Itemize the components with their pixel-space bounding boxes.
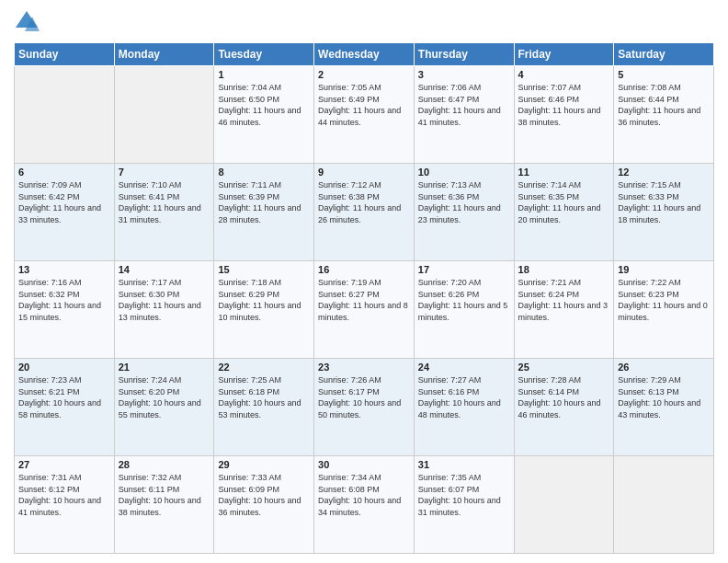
day-number: 9 bbox=[318, 167, 410, 178]
day-info: Sunrise: 7:29 AM Sunset: 6:13 PM Dayligh… bbox=[618, 374, 710, 420]
day-cell: 29Sunrise: 7:33 AM Sunset: 6:09 PM Dayli… bbox=[214, 456, 314, 554]
day-number: 21 bbox=[119, 362, 210, 373]
day-number: 14 bbox=[119, 264, 210, 275]
day-info: Sunrise: 7:27 AM Sunset: 6:16 PM Dayligh… bbox=[418, 374, 510, 420]
day-cell: 1Sunrise: 7:04 AM Sunset: 6:50 PM Daylig… bbox=[214, 66, 314, 164]
day-cell: 13Sunrise: 7:16 AM Sunset: 6:32 PM Dayli… bbox=[15, 261, 115, 359]
day-number: 1 bbox=[218, 69, 310, 80]
day-info: Sunrise: 7:35 AM Sunset: 6:07 PM Dayligh… bbox=[418, 472, 510, 518]
week-row-4: 27Sunrise: 7:31 AM Sunset: 6:12 PM Dayli… bbox=[15, 456, 714, 554]
day-info: Sunrise: 7:11 AM Sunset: 6:39 PM Dayligh… bbox=[218, 179, 310, 225]
day-number: 22 bbox=[218, 362, 310, 373]
calendar: SundayMondayTuesdayWednesdayThursdayFrid… bbox=[14, 42, 714, 554]
day-info: Sunrise: 7:16 AM Sunset: 6:32 PM Dayligh… bbox=[18, 277, 110, 323]
day-info: Sunrise: 7:28 AM Sunset: 6:14 PM Dayligh… bbox=[518, 374, 610, 420]
day-cell bbox=[614, 456, 714, 554]
header-cell-friday: Friday bbox=[514, 43, 614, 66]
day-cell: 7Sunrise: 7:10 AM Sunset: 6:41 PM Daylig… bbox=[114, 164, 214, 261]
day-number: 19 bbox=[618, 264, 710, 275]
day-number: 20 bbox=[18, 362, 110, 373]
week-row-0: 1Sunrise: 7:04 AM Sunset: 6:50 PM Daylig… bbox=[15, 66, 714, 164]
day-info: Sunrise: 7:25 AM Sunset: 6:18 PM Dayligh… bbox=[218, 374, 310, 420]
day-info: Sunrise: 7:10 AM Sunset: 6:41 PM Dayligh… bbox=[119, 179, 210, 225]
day-number: 16 bbox=[318, 264, 410, 275]
day-number: 7 bbox=[119, 167, 210, 178]
day-cell: 20Sunrise: 7:23 AM Sunset: 6:21 PM Dayli… bbox=[15, 359, 115, 456]
day-cell: 21Sunrise: 7:24 AM Sunset: 6:20 PM Dayli… bbox=[114, 359, 214, 456]
day-cell: 22Sunrise: 7:25 AM Sunset: 6:18 PM Dayli… bbox=[214, 359, 314, 456]
day-number: 11 bbox=[518, 167, 610, 178]
day-cell: 5Sunrise: 7:08 AM Sunset: 6:44 PM Daylig… bbox=[614, 66, 714, 164]
day-number: 30 bbox=[318, 459, 410, 470]
day-cell bbox=[15, 66, 115, 164]
day-number: 28 bbox=[119, 459, 210, 470]
day-info: Sunrise: 7:20 AM Sunset: 6:26 PM Dayligh… bbox=[418, 277, 510, 323]
day-cell: 23Sunrise: 7:26 AM Sunset: 6:17 PM Dayli… bbox=[314, 359, 415, 456]
day-cell: 2Sunrise: 7:05 AM Sunset: 6:49 PM Daylig… bbox=[314, 66, 415, 164]
day-number: 18 bbox=[518, 264, 610, 275]
day-number: 17 bbox=[418, 264, 510, 275]
day-info: Sunrise: 7:18 AM Sunset: 6:29 PM Dayligh… bbox=[218, 277, 310, 323]
day-number: 26 bbox=[618, 362, 710, 373]
day-info: Sunrise: 7:21 AM Sunset: 6:24 PM Dayligh… bbox=[518, 277, 610, 323]
day-info: Sunrise: 7:32 AM Sunset: 6:11 PM Dayligh… bbox=[119, 472, 210, 518]
day-cell: 28Sunrise: 7:32 AM Sunset: 6:11 PM Dayli… bbox=[114, 456, 214, 554]
day-number: 29 bbox=[218, 459, 310, 470]
header bbox=[14, 9, 714, 35]
day-number: 25 bbox=[518, 362, 610, 373]
calendar-body: 1Sunrise: 7:04 AM Sunset: 6:50 PM Daylig… bbox=[15, 66, 714, 554]
day-number: 5 bbox=[618, 69, 710, 80]
day-info: Sunrise: 7:14 AM Sunset: 6:35 PM Dayligh… bbox=[518, 179, 610, 225]
day-info: Sunrise: 7:06 AM Sunset: 6:47 PM Dayligh… bbox=[418, 82, 510, 128]
day-info: Sunrise: 7:13 AM Sunset: 6:36 PM Dayligh… bbox=[418, 179, 510, 225]
day-info: Sunrise: 7:31 AM Sunset: 6:12 PM Dayligh… bbox=[18, 472, 110, 518]
day-number: 15 bbox=[218, 264, 310, 275]
week-row-1: 6Sunrise: 7:09 AM Sunset: 6:42 PM Daylig… bbox=[15, 164, 714, 261]
day-cell bbox=[114, 66, 214, 164]
logo-icon bbox=[14, 9, 40, 35]
day-info: Sunrise: 7:15 AM Sunset: 6:33 PM Dayligh… bbox=[618, 179, 710, 225]
day-cell: 12Sunrise: 7:15 AM Sunset: 6:33 PM Dayli… bbox=[614, 164, 714, 261]
header-cell-saturday: Saturday bbox=[614, 43, 714, 66]
day-cell: 30Sunrise: 7:34 AM Sunset: 6:08 PM Dayli… bbox=[314, 456, 415, 554]
day-number: 10 bbox=[418, 167, 510, 178]
header-cell-tuesday: Tuesday bbox=[214, 43, 314, 66]
day-info: Sunrise: 7:04 AM Sunset: 6:50 PM Dayligh… bbox=[218, 82, 310, 128]
day-cell: 15Sunrise: 7:18 AM Sunset: 6:29 PM Dayli… bbox=[214, 261, 314, 359]
day-info: Sunrise: 7:19 AM Sunset: 6:27 PM Dayligh… bbox=[318, 277, 410, 323]
day-number: 2 bbox=[318, 69, 410, 80]
header-cell-monday: Monday bbox=[114, 43, 214, 66]
day-cell: 8Sunrise: 7:11 AM Sunset: 6:39 PM Daylig… bbox=[214, 164, 314, 261]
day-info: Sunrise: 7:22 AM Sunset: 6:23 PM Dayligh… bbox=[618, 277, 710, 323]
day-number: 6 bbox=[18, 167, 110, 178]
day-number: 13 bbox=[18, 264, 110, 275]
page: SundayMondayTuesdayWednesdayThursdayFrid… bbox=[0, 0, 728, 563]
calendar-header: SundayMondayTuesdayWednesdayThursdayFrid… bbox=[15, 43, 714, 66]
day-cell: 19Sunrise: 7:22 AM Sunset: 6:23 PM Dayli… bbox=[614, 261, 714, 359]
day-info: Sunrise: 7:34 AM Sunset: 6:08 PM Dayligh… bbox=[318, 472, 410, 518]
header-row: SundayMondayTuesdayWednesdayThursdayFrid… bbox=[15, 43, 714, 66]
header-cell-thursday: Thursday bbox=[414, 43, 514, 66]
day-number: 4 bbox=[518, 69, 610, 80]
week-row-3: 20Sunrise: 7:23 AM Sunset: 6:21 PM Dayli… bbox=[15, 359, 714, 456]
day-info: Sunrise: 7:33 AM Sunset: 6:09 PM Dayligh… bbox=[218, 472, 310, 518]
day-cell bbox=[514, 456, 614, 554]
header-cell-sunday: Sunday bbox=[15, 43, 115, 66]
day-cell: 4Sunrise: 7:07 AM Sunset: 6:46 PM Daylig… bbox=[514, 66, 614, 164]
day-info: Sunrise: 7:12 AM Sunset: 6:38 PM Dayligh… bbox=[318, 179, 410, 225]
header-cell-wednesday: Wednesday bbox=[314, 43, 415, 66]
day-info: Sunrise: 7:26 AM Sunset: 6:17 PM Dayligh… bbox=[318, 374, 410, 420]
day-number: 3 bbox=[418, 69, 510, 80]
day-number: 8 bbox=[218, 167, 310, 178]
day-cell: 26Sunrise: 7:29 AM Sunset: 6:13 PM Dayli… bbox=[614, 359, 714, 456]
day-cell: 3Sunrise: 7:06 AM Sunset: 6:47 PM Daylig… bbox=[414, 66, 514, 164]
day-cell: 14Sunrise: 7:17 AM Sunset: 6:30 PM Dayli… bbox=[114, 261, 214, 359]
day-cell: 9Sunrise: 7:12 AM Sunset: 6:38 PM Daylig… bbox=[314, 164, 415, 261]
day-cell: 25Sunrise: 7:28 AM Sunset: 6:14 PM Dayli… bbox=[514, 359, 614, 456]
day-number: 23 bbox=[318, 362, 410, 373]
day-number: 27 bbox=[18, 459, 110, 470]
day-number: 12 bbox=[618, 167, 710, 178]
day-cell: 31Sunrise: 7:35 AM Sunset: 6:07 PM Dayli… bbox=[414, 456, 514, 554]
day-info: Sunrise: 7:17 AM Sunset: 6:30 PM Dayligh… bbox=[119, 277, 210, 323]
day-info: Sunrise: 7:09 AM Sunset: 6:42 PM Dayligh… bbox=[18, 179, 110, 225]
